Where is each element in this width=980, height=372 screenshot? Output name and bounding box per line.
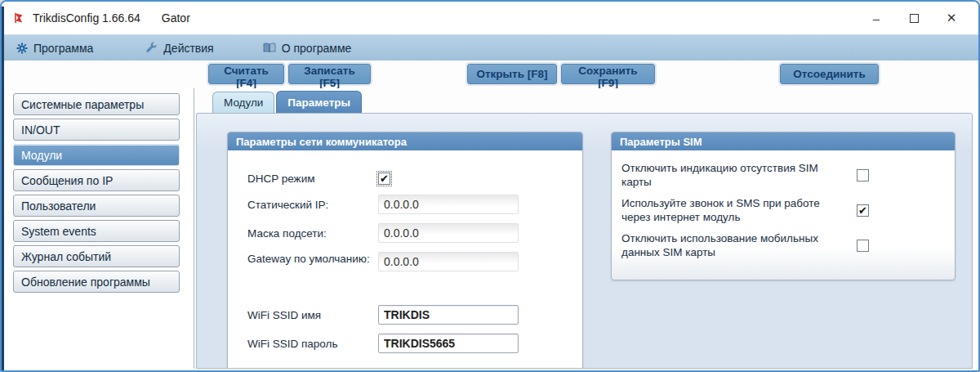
sim-option-row: Используйте звонок и SMS при работе чере… (621, 197, 945, 224)
wifi-ssid-name-label: WiFi SSID имя (247, 308, 378, 322)
wifi-ssid-password-row: WiFi SSID пароль (247, 334, 582, 353)
wifi-ssid-name-input[interactable] (378, 305, 519, 325)
gateway-input[interactable] (378, 252, 519, 271)
close-button[interactable]: ✕ (933, 2, 970, 34)
dhcp-row: DHCP режим (247, 172, 582, 186)
wifi-ssid-name-row: WiFi SSID имя (247, 305, 582, 325)
toolbar: Считать [F4] Записать [F5] Открыть [F8] … (2, 61, 978, 88)
wifi-ssid-password-label: WiFi SSID пароль (247, 337, 378, 351)
menu-actions-label: Действия (163, 42, 213, 55)
disconnect-button[interactable]: Отсоединить (780, 64, 879, 84)
maximize-icon (910, 14, 919, 23)
maximize-button[interactable] (895, 2, 933, 34)
menu-about-label: О программе (282, 42, 352, 55)
wrench-icon (145, 42, 158, 54)
sim-group-body: Отключить индикацию отсутствия SIM карты… (612, 150, 955, 259)
tab-bar: Модули Параметры (194, 88, 977, 113)
spacer (247, 280, 582, 305)
gateway-label: Gateway по умолчанию: (247, 252, 378, 266)
subnet-mask-row: Маска подсети: (247, 223, 582, 243)
network-group-body: DHCP режим Статический IP: Маска подсети… (228, 150, 582, 353)
minimize-button[interactable]: – (858, 2, 895, 34)
save-button[interactable]: Сохранить [F9] (561, 64, 655, 84)
gear-icon (16, 43, 28, 54)
menu-bar: Программа Действия О программе (2, 34, 978, 61)
client-area: Системные параметры IN/OUT Модули Сообще… (3, 88, 977, 369)
main-panel: Модули Параметры Параметры сети коммуник… (194, 88, 977, 369)
tab-modules[interactable]: Модули (212, 92, 274, 113)
app-window: TrikdisConfig 1.66.64 Gator – ✕ Программ… (0, 0, 980, 372)
sim-no-card-indication-label: Отключить индикацию отсутствия SIM карты (621, 162, 844, 189)
sim-option-row: Отключить индикацию отсутствия SIM карты (621, 162, 945, 189)
sidebar-item-in-out[interactable]: IN/OUT (13, 119, 180, 141)
window-title: TrikdisConfig 1.66.64 (33, 11, 140, 25)
sim-parameters-group: Параметры SIM Отключить индикацию отсутс… (611, 132, 956, 280)
sidebar-item-system-events[interactable]: System events (13, 220, 180, 242)
window-controls: – ✕ (858, 2, 970, 34)
sidebar-item-ip-messages[interactable]: Сообщения по IP (13, 169, 180, 191)
sim-disable-mobile-data-label: Отключить использование мобильных данных… (621, 232, 844, 259)
dhcp-label: DHCP режим (247, 172, 378, 186)
sim-no-card-indication-checkbox[interactable] (857, 169, 869, 182)
open-button[interactable]: Открыть [F8] (467, 64, 557, 84)
device-name: Gator (162, 11, 190, 25)
write-button[interactable]: Записать [F5] (288, 64, 371, 84)
subnet-mask-label: Маска подсети: (247, 226, 378, 240)
gateway-row: Gateway по умолчанию: (247, 252, 582, 271)
static-ip-row: Статический IP: (247, 195, 582, 214)
read-button[interactable]: Считать [F4] (208, 64, 284, 84)
parameters-tab-panel: Параметры сети коммуникатора DHCP режим … (196, 113, 973, 369)
static-ip-input[interactable] (378, 195, 519, 214)
sim-call-sms-internet-checkbox[interactable] (857, 204, 869, 217)
menu-about[interactable]: О программе (255, 35, 360, 61)
network-group-header: Параметры сети коммуникатора (228, 132, 582, 150)
wifi-ssid-password-input[interactable] (378, 334, 519, 353)
static-ip-label: Статический IP: (247, 198, 378, 212)
sidebar: Системные параметры IN/OUT Модули Сообще… (3, 88, 194, 369)
sim-call-sms-internet-label: Используйте звонок и SMS при работе чере… (621, 197, 844, 224)
sim-group-header: Параметры SIM (612, 132, 955, 150)
dhcp-checkbox[interactable] (378, 173, 390, 185)
sidebar-item-modules[interactable]: Модули (13, 144, 180, 166)
app-logo-icon (13, 12, 24, 24)
title-bar: TrikdisConfig 1.66.64 Gator – ✕ (2, 2, 978, 34)
network-parameters-group: Параметры сети коммуникатора DHCP режим … (227, 132, 583, 369)
sidebar-item-event-log[interactable]: Журнал событий (13, 245, 180, 267)
menu-actions[interactable]: Действия (137, 35, 221, 61)
menu-program[interactable]: Программа (8, 35, 101, 61)
subnet-mask-input[interactable] (378, 223, 519, 243)
book-icon (263, 43, 276, 53)
sidebar-item-users[interactable]: Пользователи (13, 195, 180, 217)
sidebar-item-system-parameters[interactable]: Системные параметры (13, 93, 180, 115)
tab-parameters[interactable]: Параметры (276, 91, 362, 113)
sim-disable-mobile-data-checkbox[interactable] (857, 240, 869, 252)
sim-option-row: Отключить использование мобильных данных… (621, 232, 945, 259)
sidebar-item-firmware-update[interactable]: Обновление программы (13, 271, 180, 293)
menu-program-label: Программа (33, 42, 93, 55)
